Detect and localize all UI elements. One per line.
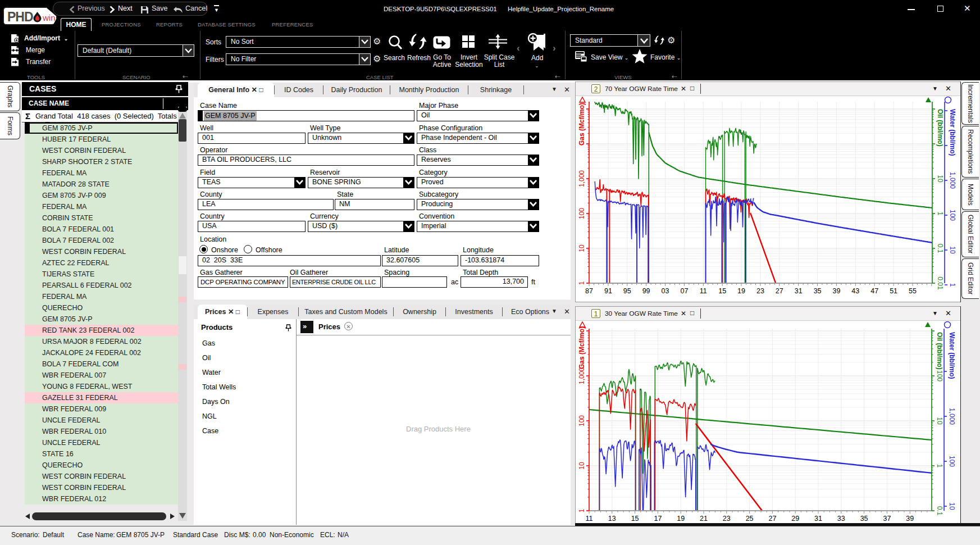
svg-text:Water (bbl/mo): Water (bbl/mo) [948,332,956,379]
svg-text:31: 31 [814,515,822,523]
svg-text:03: 03 [662,287,669,295]
svg-text:10: 10 [578,462,586,470]
svg-text:100: 100 [936,370,943,382]
svg-text:99: 99 [642,287,650,295]
svg-text:19: 19 [737,287,745,295]
svg-text:100: 100 [949,210,956,221]
svg-text:Oil (bbl/mo): Oil (bbl/mo) [936,332,943,370]
svg-text:19: 19 [677,515,685,523]
svg-text:1: 1 [936,212,944,216]
svg-text:51: 51 [890,287,897,295]
svg-text:55: 55 [909,287,917,295]
svg-text:87: 87 [585,287,593,295]
svg-text:43: 43 [851,287,859,295]
svg-text:39: 39 [832,287,840,295]
svg-text:23: 23 [756,287,764,295]
svg-text:47: 47 [870,287,878,295]
svg-text:35: 35 [814,287,822,295]
svg-text:Gas (Mcf/mo): Gas (Mcf/mo) [578,326,586,369]
svg-text:0.1: 0.1 [936,244,944,253]
svg-text:100: 100 [578,415,586,426]
svg-text:91: 91 [604,287,612,295]
svg-text:15: 15 [631,515,639,523]
svg-text:17: 17 [654,515,662,523]
svg-text:100: 100 [578,208,586,219]
svg-text:1: 1 [936,464,943,468]
svg-text:0.1: 0.1 [936,506,943,516]
svg-text:Gas (Mcf/mo): Gas (Mcf/mo) [578,103,586,146]
svg-text:33: 33 [837,515,845,523]
svg-text:0.01: 0.01 [936,276,944,290]
svg-text:37: 37 [883,515,891,523]
svg-text:Water (bbl/mo): Water (bbl/mo) [949,109,956,156]
svg-text:27: 27 [776,287,783,295]
svg-text:35: 35 [860,515,868,523]
svg-text:1: 1 [578,508,586,512]
svg-text:95: 95 [623,287,631,295]
svg-text:10: 10 [936,417,943,425]
svg-text:11: 11 [700,287,707,295]
svg-text:1: 1 [949,283,956,287]
svg-text:11: 11 [586,515,593,523]
svg-text:23: 23 [723,515,731,523]
svg-text:25: 25 [746,515,754,523]
svg-text:10: 10 [949,246,956,254]
svg-text:1: 1 [578,281,586,285]
svg-text:100: 100 [948,456,956,467]
svg-text:31: 31 [795,287,803,295]
svg-text:13: 13 [608,515,616,523]
svg-text:1,000: 1,000 [578,367,586,384]
svg-text:07: 07 [680,287,688,295]
svg-text:10: 10 [948,502,956,510]
svg-text:21: 21 [700,515,708,523]
svg-text:Oil (bbl/mo): Oil (bbl/mo) [936,109,944,147]
svg-text:39: 39 [906,515,914,523]
svg-text:27: 27 [768,515,776,523]
svg-text:29: 29 [791,515,799,523]
svg-text:10: 10 [936,175,944,183]
svg-text:10: 10 [578,244,586,252]
svg-text:1,000: 1,000 [578,170,586,187]
svg-text:15: 15 [718,287,726,295]
svg-text:1,000: 1,000 [949,172,956,189]
svg-text:1,000: 1,000 [948,408,956,425]
